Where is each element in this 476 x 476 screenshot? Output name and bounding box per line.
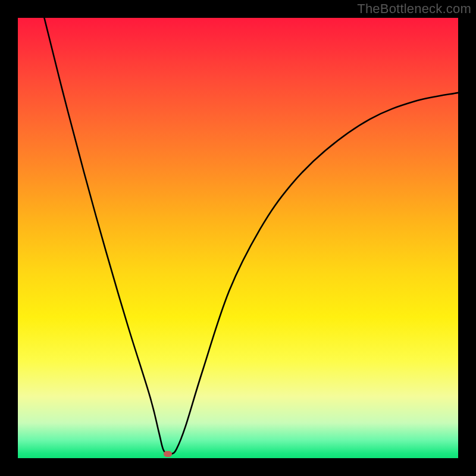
plot-area — [18, 18, 458, 458]
watermark-text: TheBottleneck.com — [357, 1, 471, 17]
curve-svg — [18, 18, 458, 458]
bottleneck-curve — [44, 18, 458, 455]
chart-container: TheBottleneck.com — [0, 0, 476, 476]
minimum-point-marker — [164, 451, 172, 457]
